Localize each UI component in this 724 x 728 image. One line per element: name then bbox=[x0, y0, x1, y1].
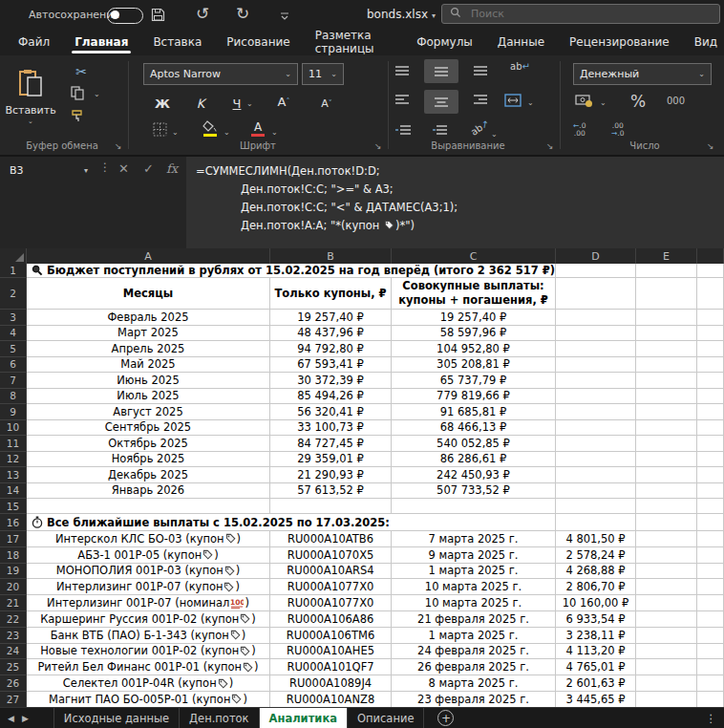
decrease-decimal-icon[interactable]: .00→.0 bbox=[611, 122, 624, 138]
clipboard-dialog-launcher-icon[interactable]: ↘ bbox=[115, 141, 122, 151]
grid-cell-F14[interactable] bbox=[697, 483, 724, 500]
isin-cell-B18[interactable]: RU000A1070X5 bbox=[270, 547, 392, 564]
grid-cell-E27[interactable] bbox=[636, 692, 697, 708]
isin-cell-B19[interactable]: RU000A10ARS4 bbox=[270, 564, 392, 580]
sheet-tab-Исходные данные[interactable]: Исходные данные bbox=[53, 708, 180, 728]
increase-indent-icon[interactable] bbox=[432, 124, 447, 136]
row-header-8[interactable]: 8 bbox=[0, 389, 27, 405]
column-header-C[interactable]: C bbox=[392, 248, 556, 264]
grid-cell-D8[interactable] bbox=[556, 389, 636, 405]
date-cell-C18[interactable]: 9 марта 2025 г. bbox=[392, 547, 556, 564]
orientation-icon[interactable]: ab↗ bbox=[469, 118, 491, 138]
date-cell-C22[interactable]: 21 февраля 2025 г. bbox=[392, 611, 556, 628]
grid-cell-E4[interactable] bbox=[636, 326, 697, 342]
grid-cell-D7[interactable] bbox=[556, 373, 636, 389]
total-cell-C10[interactable]: 68 466,13 ₽ bbox=[392, 420, 556, 437]
grid-cell-F19[interactable] bbox=[697, 564, 724, 580]
date-cell-C26[interactable]: 8 марта 2025 г. bbox=[392, 675, 556, 692]
budget-title-cell[interactable]: Бюджет поступлений в рублях от 15.02.202… bbox=[27, 264, 556, 278]
enter-icon[interactable]: ✓ bbox=[143, 161, 154, 176]
increase-decimal-icon[interactable]: ←.0.00 bbox=[573, 122, 586, 138]
amount-cell-D17[interactable]: 4 801,50 ₽ bbox=[556, 531, 636, 547]
grid-cell-E3[interactable] bbox=[636, 310, 697, 326]
month-cell-A5[interactable]: Апрель 2025 bbox=[27, 341, 270, 357]
grid-cell-F10[interactable] bbox=[697, 420, 724, 437]
grid-cell-15-1[interactable] bbox=[270, 499, 392, 514]
number-dialog-launcher-icon[interactable]: ↘ bbox=[707, 141, 714, 151]
coupons-cell-B14[interactable]: 57 613,52 ₽ bbox=[270, 483, 392, 500]
copy-icon[interactable] bbox=[71, 86, 84, 100]
grid-cell-D9[interactable] bbox=[556, 404, 636, 420]
row-header-23[interactable]: 23 bbox=[0, 628, 27, 644]
number-format-select[interactable]: Денежный⌄ bbox=[573, 63, 712, 85]
grid-cell-F4[interactable] bbox=[697, 326, 724, 342]
row-header-1[interactable]: 1 bbox=[0, 264, 27, 278]
total-cell-C3[interactable]: 19 257,40 ₽ bbox=[392, 310, 556, 326]
row-header-10[interactable]: 10 bbox=[0, 420, 27, 437]
grid-cell-E9[interactable] bbox=[636, 404, 697, 420]
search-box[interactable] bbox=[441, 4, 720, 24]
total-cell-C4[interactable]: 58 597,96 ₽ bbox=[392, 326, 556, 342]
select-all-corner[interactable] bbox=[0, 248, 27, 264]
bold-button[interactable]: Ж bbox=[153, 94, 172, 113]
row-header-25[interactable]: 25 bbox=[0, 659, 27, 675]
amount-cell-D26[interactable]: 2 601,63 ₽ bbox=[556, 675, 636, 692]
row-header-12[interactable]: 12 bbox=[0, 452, 27, 468]
row-header-2[interactable]: 2 bbox=[0, 278, 27, 310]
amount-cell-D19[interactable]: 4 268,88 ₽ bbox=[556, 564, 636, 580]
total-header-cell[interactable]: Совокупные выплаты:купоны + погашения, ₽ bbox=[392, 278, 556, 310]
sheet-tab-Аналитика[interactable]: Аналитика bbox=[260, 708, 348, 728]
coupons-cell-B11[interactable]: 84 727,45 ₽ bbox=[270, 436, 392, 452]
grid-cell-F22[interactable] bbox=[697, 611, 724, 628]
isin-cell-B20[interactable]: RU000A1077X0 bbox=[270, 579, 392, 595]
coupons-cell-B5[interactable]: 94 792,80 ₽ bbox=[270, 341, 392, 357]
underline-dropdown-icon[interactable]: ⌄ bbox=[246, 99, 253, 108]
amount-cell-D24[interactable]: 4 113,20 ₽ bbox=[556, 644, 636, 660]
column-header-partial[interactable] bbox=[697, 248, 724, 264]
grid-cell-E26[interactable] bbox=[636, 675, 697, 692]
font-name-select[interactable]: Aptos Narrow⌄ bbox=[143, 63, 298, 85]
bond-name-cell-A19[interactable]: МОНОПОЛИЯ 001Р-03 (купон ) bbox=[27, 564, 270, 580]
bond-name-cell-A18[interactable]: АБЗ-1 001Р-05 (купон ) bbox=[27, 547, 270, 564]
month-cell-A7[interactable]: Июнь 2025 bbox=[27, 373, 270, 389]
grid-cell-F25[interactable] bbox=[697, 659, 724, 675]
grid-cell-F6[interactable] bbox=[697, 357, 724, 374]
amount-cell-D20[interactable]: 2 806,70 ₽ bbox=[556, 579, 636, 595]
new-sheet-button[interactable]: + bbox=[437, 710, 454, 726]
grid-cell-15-2[interactable] bbox=[392, 499, 556, 514]
amount-cell-D23[interactable]: 3 238,11 ₽ bbox=[556, 628, 636, 644]
font-color-icon[interactable]: А bbox=[250, 120, 266, 134]
date-cell-C23[interactable]: 1 марта 2025 г. bbox=[392, 628, 556, 644]
grid-cell-E21[interactable] bbox=[636, 595, 697, 611]
coupons-cell-B12[interactable]: 29 359,01 ₽ bbox=[270, 452, 392, 468]
grid-cell-15-0[interactable] bbox=[27, 499, 270, 514]
column-header-E[interactable]: E bbox=[636, 248, 697, 264]
row-header-20[interactable]: 20 bbox=[0, 579, 27, 595]
grid-cell-D4[interactable] bbox=[556, 326, 636, 342]
save-icon[interactable] bbox=[151, 8, 165, 25]
grid-cell-D6[interactable] bbox=[556, 357, 636, 374]
decrease-indent-icon[interactable] bbox=[395, 124, 411, 136]
month-cell-A13[interactable]: Декабрь 2025 bbox=[27, 467, 270, 483]
date-cell-C17[interactable]: 7 марта 2025 г. bbox=[392, 531, 556, 547]
ribbon-tab-Вставка[interactable]: Вставка bbox=[140, 29, 214, 55]
font-dialog-launcher-icon[interactable]: ↘ bbox=[374, 141, 382, 151]
grid-cell-D13[interactable] bbox=[556, 467, 636, 483]
align-right-icon[interactable] bbox=[474, 94, 487, 105]
grid-cell-E14[interactable] bbox=[636, 483, 697, 500]
comma-style-button[interactable]: 000 bbox=[667, 96, 685, 106]
total-cell-C7[interactable]: 65 737,79 ₽ bbox=[392, 373, 556, 389]
date-cell-C25[interactable]: 26 февраля 2025 г. bbox=[392, 659, 556, 675]
bond-name-cell-A25[interactable]: Ритейл Бел Финанс 001Р-01 (купон ) bbox=[27, 659, 270, 675]
isin-cell-B27[interactable]: RU000A10ANZ8 bbox=[270, 692, 392, 708]
grid-cell-E20[interactable] bbox=[636, 579, 697, 595]
month-cell-A10[interactable]: Сентябрь 2025 bbox=[27, 420, 270, 437]
grid-cell-F24[interactable] bbox=[697, 644, 724, 660]
row-header-6[interactable]: 6 bbox=[0, 357, 27, 374]
grid-cell-E16[interactable] bbox=[636, 514, 697, 531]
months-header-cell[interactable]: Месяцы bbox=[27, 278, 270, 310]
align-middle-icon[interactable] bbox=[424, 59, 458, 83]
row-header-26[interactable]: 26 bbox=[0, 675, 27, 692]
ribbon-tab-Данные[interactable]: Данные bbox=[485, 29, 557, 55]
upcoming-payouts-title-cell[interactable]: Все ближайшие выплаты с 15.02.2025 по 17… bbox=[27, 514, 556, 531]
